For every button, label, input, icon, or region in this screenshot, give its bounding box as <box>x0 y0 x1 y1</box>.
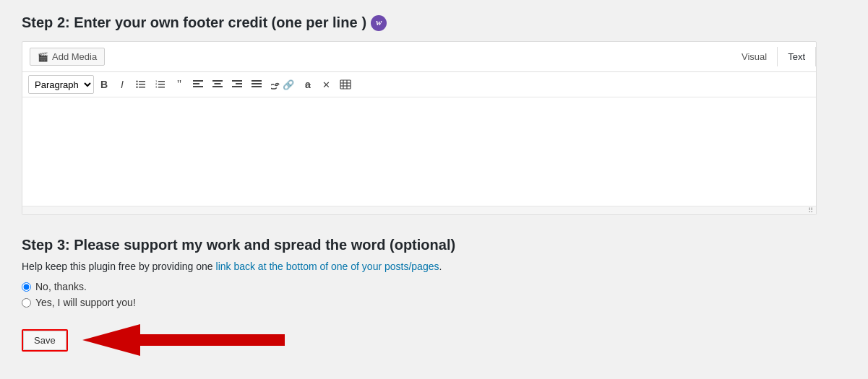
editor-content-area[interactable] <box>22 97 816 206</box>
add-media-bar: 🎬 Add Media <box>22 42 112 71</box>
svg-rect-12 <box>193 80 203 82</box>
ordered-list-button[interactable]: 1.2.3. <box>152 75 169 94</box>
svg-rect-1 <box>139 84 145 85</box>
step2-title-text: Step 2: Enter your own footer credit (on… <box>22 14 358 31</box>
svg-rect-2 <box>139 87 145 88</box>
align-right-button[interactable] <box>228 75 246 94</box>
support-text: Help keep this plugin free by providing … <box>22 261 817 272</box>
radio-no-input[interactable] <box>22 282 31 292</box>
align-center-button[interactable] <box>209 75 226 94</box>
step3-section: Step 3: Please support my work and sprea… <box>22 237 817 362</box>
align-justify-button[interactable] <box>248 75 265 94</box>
radio-yes-input[interactable] <box>22 298 31 308</box>
wp-logo-icon: w <box>371 15 387 31</box>
radio-yes-label: Yes, I will support you! <box>35 297 136 308</box>
svg-rect-24 <box>252 83 262 84</box>
editor-toolbar: Paragraph Heading 1 Heading 2 Heading 3 … <box>22 72 816 97</box>
svg-rect-16 <box>212 80 223 82</box>
editor-resize-handle[interactable]: ⠿ <box>22 206 816 214</box>
svg-rect-0 <box>139 81 145 82</box>
step2-title-paren: ) <box>362 14 367 31</box>
step3-title: Step 3: Please support my work and sprea… <box>22 237 817 253</box>
editor-tabs: Visual Text <box>731 47 816 66</box>
page-wrapper: Step 2: Enter your own footer credit (on… <box>22 14 817 362</box>
radio-group: No, thanks. Yes, I will support you! <box>22 281 817 308</box>
support-text-after: . <box>439 261 442 272</box>
svg-point-4 <box>136 84 137 85</box>
tab-text[interactable]: Text <box>777 47 816 66</box>
support-text-before: Help keep this plugin free by providing … <box>22 261 216 272</box>
radio-no-item[interactable]: No, thanks. <box>22 281 817 292</box>
paragraph-select[interactable]: Paragraph Heading 1 Heading 2 Heading 3 <box>28 75 94 94</box>
svg-rect-6 <box>158 81 165 82</box>
svg-rect-18 <box>212 86 223 87</box>
radio-no-label: No, thanks. <box>35 281 87 292</box>
arrow-container <box>82 318 285 362</box>
strikethrough-button[interactable]: a <box>300 75 316 94</box>
save-button[interactable]: Save <box>23 331 66 350</box>
svg-rect-13 <box>193 83 199 84</box>
add-media-icon: 🎬 <box>38 52 48 62</box>
svg-rect-25 <box>252 86 262 87</box>
svg-text:3.: 3. <box>155 85 158 89</box>
svg-rect-17 <box>215 83 221 84</box>
step2-title: Step 2: Enter your own footer credit (on… <box>22 14 817 31</box>
tab-visual[interactable]: Visual <box>731 47 777 66</box>
fullscreen-button[interactable]: ✕ <box>318 75 334 94</box>
svg-marker-32 <box>82 324 140 356</box>
save-row: Save <box>22 318 817 362</box>
save-btn-wrapper: Save <box>22 329 68 352</box>
svg-rect-23 <box>252 80 262 82</box>
blockquote-button[interactable]: " <box>171 75 187 94</box>
svg-point-3 <box>136 81 137 82</box>
svg-point-5 <box>136 87 137 88</box>
add-media-button[interactable]: 🎬 Add Media <box>30 48 105 66</box>
add-media-label: Add Media <box>52 51 97 62</box>
align-left-button[interactable] <box>189 75 207 94</box>
resize-dots-icon: ⠿ <box>808 206 813 214</box>
bold-button[interactable]: B <box>96 75 112 94</box>
svg-rect-7 <box>158 84 165 85</box>
table-button[interactable] <box>336 75 355 94</box>
unordered-list-button[interactable] <box>132 75 150 94</box>
support-link[interactable]: link back at the bottom of one of your p… <box>216 261 439 272</box>
svg-marker-31 <box>140 334 285 346</box>
editor-container: 🎬 Add Media Visual Text Paragraph Headin… <box>22 41 817 215</box>
red-arrow-icon <box>82 318 285 362</box>
svg-rect-21 <box>236 83 242 84</box>
radio-yes-item[interactable]: Yes, I will support you! <box>22 297 817 308</box>
link-button[interactable]: 🔗 <box>267 75 298 94</box>
svg-rect-22 <box>232 86 242 87</box>
svg-rect-20 <box>232 80 242 82</box>
svg-rect-8 <box>158 87 165 88</box>
italic-button[interactable]: I <box>114 75 130 94</box>
svg-rect-14 <box>193 86 203 87</box>
svg-rect-26 <box>340 80 351 89</box>
